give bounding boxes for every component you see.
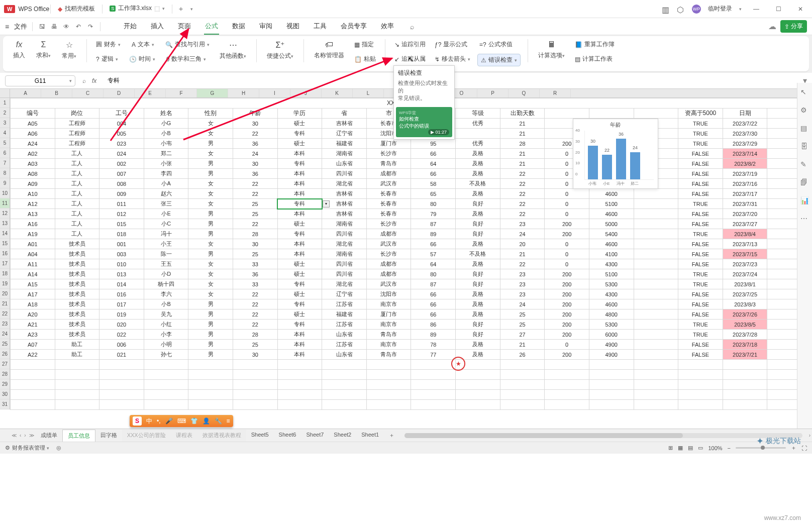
table-header-cell[interactable] xyxy=(545,109,589,119)
table-cell[interactable]: 小李 xyxy=(144,330,188,340)
table-cell[interactable]: 女 xyxy=(188,129,233,139)
table-cell[interactable] xyxy=(188,380,233,390)
table-cell[interactable]: 小G xyxy=(144,119,188,129)
table-cell[interactable]: 4600 xyxy=(589,239,634,249)
table-cell[interactable]: 吉林省 xyxy=(322,189,367,199)
table-cell[interactable]: 66 xyxy=(411,239,456,249)
table-cell[interactable]: 4300 xyxy=(589,289,634,299)
table-cell[interactable]: 010 xyxy=(99,259,144,269)
table-cell[interactable]: 青岛市 xyxy=(366,350,411,360)
table-cell[interactable]: 长春市 xyxy=(366,199,411,209)
table-cell[interactable]: 良好 xyxy=(456,219,500,229)
sheet-tab[interactable]: Sheet1 xyxy=(356,430,384,442)
table-cell[interactable]: 良好 xyxy=(456,229,500,239)
print-icon[interactable]: 🖶 xyxy=(50,22,59,31)
table-cell[interactable]: 及格 xyxy=(456,340,500,350)
menu-tab-6[interactable]: 视图 xyxy=(285,19,300,35)
table-cell[interactable]: 4600 xyxy=(589,189,634,199)
ime-mic-icon[interactable]: 🎤 xyxy=(165,417,173,425)
row-header[interactable]: 26 xyxy=(0,349,10,359)
table-cell[interactable]: 57 xyxy=(411,249,456,259)
more-icon[interactable]: ⋯ xyxy=(800,215,809,224)
table-cell[interactable]: 002 xyxy=(99,159,144,169)
table-cell[interactable]: 2023/8/2 xyxy=(723,159,767,169)
row-header[interactable]: 22 xyxy=(0,309,10,319)
db-icon[interactable]: 🗄 xyxy=(800,142,809,151)
gear-icon[interactable]: ⚙ xyxy=(5,445,10,451)
table-cell[interactable]: 0 xyxy=(545,209,589,219)
table-cell[interactable]: A17 xyxy=(11,289,55,299)
table-cell[interactable] xyxy=(55,380,99,390)
table-cell[interactable]: 江苏省 xyxy=(322,320,367,330)
table-cell[interactable]: 小明 xyxy=(144,340,188,350)
paste-button[interactable]: 📋粘贴 xyxy=(352,54,378,64)
view-read-icon[interactable]: ▭ xyxy=(698,445,703,451)
row-header[interactable]: 11 xyxy=(0,198,10,208)
table-cell[interactable] xyxy=(411,400,456,410)
ime-toolbar[interactable]: S 中 •, 🎤 ⌨ 👕 👤 🔧 ≡ xyxy=(130,415,233,427)
table-header-cell[interactable]: 性别 xyxy=(188,109,233,119)
table-cell[interactable] xyxy=(411,370,456,380)
table-cell[interactable]: 本科 xyxy=(277,350,322,360)
table-cell[interactable]: 专科 xyxy=(277,320,322,330)
chart-bar[interactable]: 36 xyxy=(616,139,626,179)
table-cell[interactable]: 66 xyxy=(411,169,456,179)
table-cell[interactable]: 工程师 xyxy=(55,129,99,139)
calc-options-button[interactable]: 🖩 计算选项▾ xyxy=(535,39,568,61)
tab-menu-icon[interactable]: ⬚ xyxy=(154,5,160,12)
text-button[interactable]: A文本▾ xyxy=(130,39,156,50)
row-header[interactable]: 29 xyxy=(0,379,10,389)
table-cell[interactable]: 硕士 xyxy=(277,219,322,229)
row-header[interactable]: 16 xyxy=(0,249,10,259)
table-cell[interactable]: 女 xyxy=(188,279,233,289)
remove-arrows-button[interactable]: ↯移去箭头▾ xyxy=(433,54,472,64)
table-cell[interactable]: 小B xyxy=(144,299,188,309)
undo-icon[interactable]: ↶ xyxy=(74,22,83,31)
table-cell[interactable]: 2023/8/1 xyxy=(723,279,767,289)
table-cell[interactable]: 22 xyxy=(233,299,278,309)
table-cell[interactable]: 22 xyxy=(500,209,545,219)
table-cell[interactable]: 工人 xyxy=(55,149,99,159)
table-header-cell[interactable]: 等级 xyxy=(456,109,500,119)
table-cell[interactable]: 小E xyxy=(144,209,188,219)
table-cell[interactable] xyxy=(99,360,144,370)
table-cell[interactable]: 80 xyxy=(411,199,456,209)
table-cell[interactable]: 优秀 xyxy=(456,119,500,129)
table-cell[interactable] xyxy=(188,360,233,370)
table-cell[interactable]: 95 xyxy=(411,139,456,149)
table-cell[interactable]: 25 xyxy=(233,340,278,350)
col-header[interactable]: A xyxy=(10,89,41,97)
table-cell[interactable]: FALSE xyxy=(678,289,723,299)
table-cell[interactable]: 5000 xyxy=(589,219,634,229)
table-cell[interactable] xyxy=(500,400,545,410)
table-cell[interactable]: 不及格 xyxy=(456,179,500,189)
row-header[interactable]: 31 xyxy=(0,399,10,409)
table-cell[interactable]: 2023/7/29 xyxy=(723,139,767,149)
sheet-tab[interactable]: Sheet6 xyxy=(274,430,301,442)
table-cell[interactable] xyxy=(500,370,545,380)
table-cell[interactable]: 007 xyxy=(99,169,144,179)
table-cell[interactable]: 技术员 xyxy=(55,330,99,340)
col-header[interactable]: P xyxy=(477,89,509,97)
close-button[interactable]: ✕ xyxy=(793,6,808,13)
row-header[interactable]: 18 xyxy=(0,269,10,279)
status-label[interactable]: 财务报表管理 xyxy=(12,444,45,452)
table-header-cell[interactable]: 学历 xyxy=(277,109,322,119)
select-all-corner[interactable] xyxy=(0,89,10,98)
table-cell[interactable]: 65 xyxy=(411,189,456,199)
table-cell[interactable]: 5400 xyxy=(589,229,634,239)
table-cell[interactable] xyxy=(366,380,411,390)
redo-icon[interactable]: ↷ xyxy=(86,22,95,31)
name-box[interactable]: G11 ▾ xyxy=(5,75,75,86)
table-cell[interactable]: TRUE xyxy=(678,129,723,139)
table-cell[interactable] xyxy=(634,289,678,299)
table-cell[interactable]: 吉林省 xyxy=(322,119,367,129)
table-cell[interactable]: 89 xyxy=(411,229,456,239)
table-header-cell[interactable]: 姓名 xyxy=(144,109,188,119)
table-cell[interactable]: 小王 xyxy=(144,239,188,249)
table-cell[interactable]: FALSE xyxy=(678,219,723,229)
table-cell[interactable] xyxy=(11,400,55,410)
table-cell[interactable]: 优秀 xyxy=(456,139,500,149)
table-cell[interactable]: A04 xyxy=(11,249,55,259)
table-cell[interactable]: 22 xyxy=(233,189,278,199)
